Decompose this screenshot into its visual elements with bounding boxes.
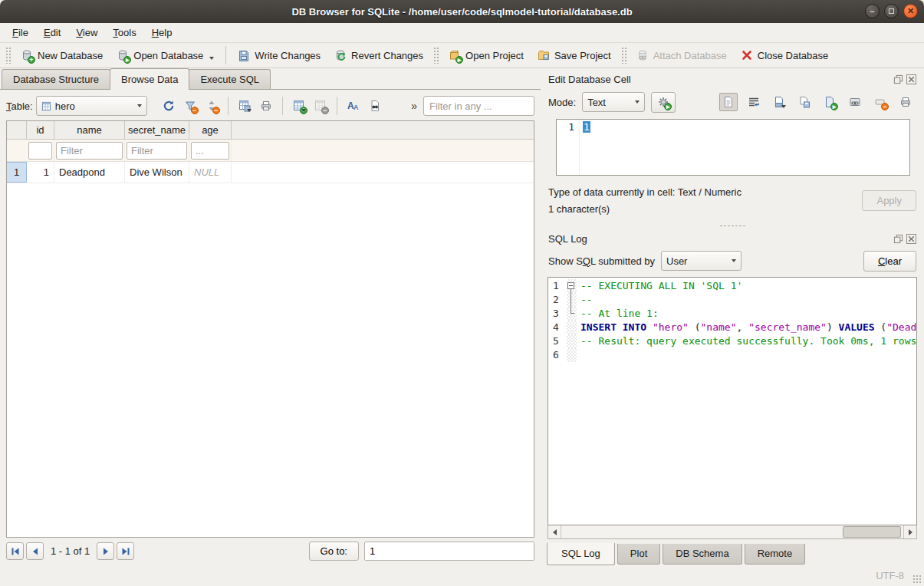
- scroll-right-button[interactable]: [903, 525, 916, 538]
- tab-browse-data[interactable]: Browse Data: [110, 68, 189, 90]
- new-record-icon: +: [293, 100, 305, 112]
- filter-input-id[interactable]: [28, 142, 52, 160]
- gear-icon: ▸: [657, 96, 669, 108]
- export-cell-button[interactable]: [795, 93, 814, 111]
- open-database-button[interactable]: ▸ Open Database: [110, 46, 220, 64]
- toolbar-handle[interactable]: [433, 47, 439, 64]
- clear-filters-button[interactable]: −: [181, 97, 199, 115]
- last-record-button[interactable]: [117, 542, 134, 560]
- refresh-button[interactable]: [159, 97, 178, 115]
- column-header-id[interactable]: id: [27, 121, 54, 139]
- text-mode-button[interactable]: [719, 93, 738, 111]
- menu-edit[interactable]: Edit: [36, 25, 68, 41]
- data-grid: id name secret_name age: [6, 120, 534, 538]
- column-header-age[interactable]: age: [189, 121, 232, 139]
- filter-input-secret-name[interactable]: [127, 142, 187, 160]
- main-tabbar: Database Structure Browse Data Execute S…: [0, 68, 541, 90]
- goto-input[interactable]: [364, 542, 534, 561]
- dock-tab-sql-log[interactable]: SQL Log: [547, 543, 615, 565]
- cell-editor[interactable]: 1 1: [556, 119, 910, 176]
- cell-id[interactable]: 1: [27, 162, 54, 183]
- dock-tab-db-schema[interactable]: DB Schema: [663, 544, 742, 565]
- import-cell-button[interactable]: [770, 93, 788, 111]
- close-button[interactable]: ✕: [903, 4, 918, 18]
- close-dock-icon[interactable]: [906, 74, 916, 84]
- find-button[interactable]: [366, 97, 384, 115]
- statusbar: UTF-8: [0, 565, 924, 586]
- print-cell-button[interactable]: [896, 93, 915, 111]
- edit-cell-title: Edit Database Cell: [548, 74, 893, 85]
- open-project-icon: ▸: [449, 49, 461, 61]
- maximize-icon: [889, 8, 894, 14]
- open-project-button[interactable]: ▸ Open Project: [442, 46, 530, 64]
- new-database-button[interactable]: + New Database: [15, 46, 109, 64]
- scroll-thumb[interactable]: [843, 526, 901, 538]
- close-dock-icon[interactable]: [906, 234, 916, 244]
- prev-record-button[interactable]: [26, 542, 44, 560]
- export-data-button[interactable]: ▸: [820, 93, 839, 111]
- menu-file[interactable]: File: [5, 25, 36, 41]
- left-arrow-icon: [553, 529, 557, 535]
- dock-tab-remote[interactable]: Remote: [745, 544, 806, 565]
- last-record-icon: [121, 547, 130, 556]
- apply-format-button[interactable]: ▸: [651, 92, 676, 113]
- next-record-button[interactable]: [97, 542, 114, 560]
- editor-text[interactable]: 1: [583, 121, 590, 133]
- edit-cell-toolbar: Mode: Text ▸: [547, 87, 918, 117]
- float-dock-icon[interactable]: [893, 234, 903, 244]
- new-record-button[interactable]: +: [290, 97, 308, 115]
- format-button[interactable]: AA: [344, 97, 363, 115]
- dock-tab-plot[interactable]: Plot: [617, 544, 660, 565]
- close-database-button[interactable]: Close Database: [735, 46, 835, 64]
- write-changes-button[interactable]: Write Changes: [232, 46, 327, 64]
- mode-select[interactable]: Text: [582, 92, 645, 112]
- word-wrap-icon: [748, 96, 760, 108]
- table-select[interactable]: hero: [36, 96, 147, 116]
- sql-log-viewer[interactable]: 1-- EXECUTING ALL IN 'SQL 1' 2-- 3-- At …: [547, 277, 917, 525]
- filter-input-name[interactable]: [56, 142, 123, 160]
- cell-age[interactable]: NULL: [189, 162, 232, 183]
- tab-database-structure[interactable]: Database Structure: [2, 69, 110, 90]
- save-project-button[interactable]: Save Project: [531, 46, 617, 64]
- resize-grip[interactable]: [912, 574, 922, 584]
- toolbar-handle[interactable]: [621, 47, 626, 64]
- save-table-button[interactable]: [235, 97, 254, 115]
- submitter-select[interactable]: User: [661, 251, 742, 271]
- maximize-button[interactable]: [884, 4, 899, 18]
- toolbar-handle[interactable]: [5, 47, 11, 64]
- open-image-button[interactable]: [846, 93, 864, 111]
- grid-empty-area: [7, 183, 534, 537]
- log-horizontal-scrollbar[interactable]: [547, 525, 917, 539]
- filter-input-age[interactable]: [191, 142, 229, 160]
- dock-splitter[interactable]: [547, 222, 918, 229]
- print-table-button[interactable]: [257, 97, 275, 115]
- grid-corner[interactable]: [7, 121, 27, 139]
- app-window: DB Browser for SQLite - /home/user/code/…: [0, 0, 924, 586]
- scroll-left-button[interactable]: [548, 525, 561, 538]
- goto-button[interactable]: Go to:: [309, 542, 359, 561]
- column-header-secret-name[interactable]: secret_name: [125, 121, 189, 139]
- revert-changes-button[interactable]: Revert Changes: [328, 46, 429, 64]
- row-number[interactable]: 1: [7, 162, 27, 183]
- export-icon: [798, 96, 811, 108]
- tab-execute-sql[interactable]: Execute SQL: [189, 69, 271, 90]
- minimize-button[interactable]: −: [865, 4, 880, 18]
- menu-help[interactable]: Help: [144, 25, 180, 41]
- clear-sorting-button[interactable]: −: [202, 97, 221, 115]
- close-icon: ✕: [907, 6, 914, 16]
- cell-name[interactable]: Deadpond: [54, 162, 125, 183]
- sql-log-controls: Show SQL submitted by User Clear: [547, 246, 918, 275]
- set-null-button[interactable]: −: [871, 93, 889, 111]
- menu-view[interactable]: View: [68, 25, 105, 41]
- toolbar-overflow-chevron[interactable]: »: [408, 100, 420, 112]
- float-dock-icon[interactable]: [893, 74, 903, 84]
- column-header-name[interactable]: name: [54, 121, 125, 139]
- filter-any-input[interactable]: [423, 96, 534, 116]
- menu-tools[interactable]: Tools: [105, 25, 143, 41]
- dock-area: Edit Database Cell Mode: Text ▸: [541, 68, 924, 565]
- cell-secret-name[interactable]: Dive Wilson: [125, 162, 189, 183]
- clear-log-button[interactable]: Clear: [863, 251, 916, 272]
- table-row: 1 1 Deadpond Dive Wilson NULL: [7, 162, 534, 183]
- first-record-button[interactable]: [6, 542, 24, 560]
- word-wrap-button[interactable]: [745, 93, 763, 111]
